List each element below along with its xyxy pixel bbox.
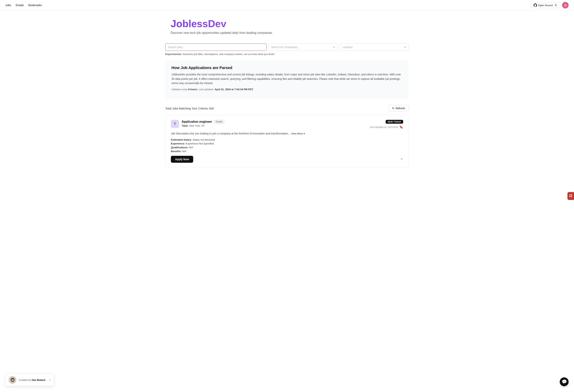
experimental-text: Searches job titles, descriptions, and c… xyxy=(182,53,274,56)
location-placeholder: Location xyxy=(342,46,352,49)
job-meta: Estimated Salary: Salary not disclosed E… xyxy=(171,138,403,153)
job-title-section: Application engineer Onsite Talan, New Y… xyxy=(182,120,224,127)
chevron-down-icon-location: ▾ xyxy=(405,46,406,49)
nav-right-section: Open Source 1 O xyxy=(531,2,569,8)
search-input[interactable] xyxy=(165,43,266,51)
salary-value: Salary not disclosed xyxy=(193,138,215,141)
refresh-label: Refresh xyxy=(396,107,405,110)
job-title-row: Application engineer Onsite xyxy=(182,120,224,124)
experience-value: Experience Not Specified xyxy=(186,142,214,145)
last-updated: Last Updated on: 4/21/2024 🔖 xyxy=(370,125,403,129)
qualifications-label: Qualifications: xyxy=(171,146,188,149)
nav-jobs[interactable]: Jobs xyxy=(5,4,11,7)
refresh-button[interactable]: ↻ Refresh xyxy=(389,105,409,112)
experimental-label: Experimental: xyxy=(165,53,182,56)
update-note: Updates every 6 hours. Last updated: Apr… xyxy=(171,88,403,92)
job-card-left: T Application engineer Onsite Talan, New… xyxy=(171,120,224,128)
company-select-placeholder: Search for companies... xyxy=(271,46,300,49)
results-count: Total Jobs Matching Your Criteria: 600 xyxy=(165,107,214,110)
nav-emails[interactable]: Emails xyxy=(16,4,24,7)
bookmark-icon[interactable]: 🔖 xyxy=(399,125,403,129)
refresh-icon: ↻ xyxy=(392,107,394,110)
info-box: How Job Applications are Parsed JoblessD… xyxy=(165,60,409,99)
job-description: Job Description Are you looking to join … xyxy=(171,131,403,136)
job-card-header: T Application engineer Onsite Talan, New… xyxy=(171,120,403,129)
hero-section: JoblessDev Discover new tech job opportu… xyxy=(165,11,409,43)
company-select[interactable]: Search for companies... ▾ xyxy=(268,43,338,51)
info-box-title: How Job Applications are Parsed xyxy=(171,66,403,70)
qualifications-row: Qualifications: N/A xyxy=(171,146,403,149)
experience-row: Experience: Experience Not Specified xyxy=(171,142,403,145)
job-card-footer: Apply Now ⚑ xyxy=(171,156,403,163)
chevron-down-icon: ▾ xyxy=(333,46,335,49)
apply-now-button[interactable]: Apply Now xyxy=(171,156,193,163)
benefits-row: Benefits: N/A xyxy=(171,150,403,153)
search-row: Search for companies... ▾ Location ▾ xyxy=(165,43,409,51)
benefits-label: Benefits: xyxy=(171,150,182,153)
last-updated-text: Last Updated on: 4/21/2024 xyxy=(370,126,398,129)
view-more-link[interactable]: View More ▾ xyxy=(291,132,305,135)
job-city: New York, NY xyxy=(189,124,205,127)
job-type-badge: Onsite xyxy=(214,120,224,124)
qualifications-value: N/A xyxy=(189,146,193,149)
company-name-link[interactable]: Talan xyxy=(182,124,188,127)
search-section: Search for companies... ▾ Location ▾ Exp… xyxy=(165,43,409,56)
experience-label: Experience: xyxy=(171,142,185,145)
navbar: Jobs Emails Bookmarks Open Source 1 O xyxy=(0,0,574,11)
job-title: Application engineer xyxy=(182,120,212,124)
location-select[interactable]: Location ▾ xyxy=(339,43,409,51)
job-card-right: NEW TODAY Last Updated on: 4/21/2024 🔖 xyxy=(370,120,403,129)
nav-bookmarks[interactable]: Bookmarks xyxy=(28,4,42,7)
new-today-badge: NEW TODAY xyxy=(386,120,403,124)
salary-label: Estimated Salary: xyxy=(171,138,192,141)
info-box-body: JoblessDev provides the most comprehensi… xyxy=(171,72,403,85)
open-source-badge: 1 xyxy=(554,4,558,7)
open-source-button[interactable]: Open Source 1 xyxy=(531,2,560,8)
results-header: Total Jobs Matching Your Criteria: 600 ↻… xyxy=(165,105,409,112)
salary-row: Estimated Salary: Salary not disclosed xyxy=(171,138,403,141)
site-title: JoblessDev xyxy=(171,18,403,29)
hero-subtitle: Discover new tech job opportunities upda… xyxy=(171,31,403,35)
nav-links: Jobs Emails Bookmarks xyxy=(5,4,42,7)
flag-icon[interactable]: ⚑ xyxy=(400,157,403,161)
job-location: Talan, New York, NY xyxy=(182,124,224,127)
benefits-value: N/A xyxy=(182,150,186,153)
open-source-label: Open Source xyxy=(538,4,553,7)
job-card: T Application engineer Onsite Talan, New… xyxy=(165,115,409,168)
company-logo: T xyxy=(171,120,179,128)
github-icon xyxy=(533,3,537,7)
experimental-note: Experimental: Searches job titles, descr… xyxy=(165,53,409,56)
user-avatar-button[interactable]: O xyxy=(562,2,569,8)
